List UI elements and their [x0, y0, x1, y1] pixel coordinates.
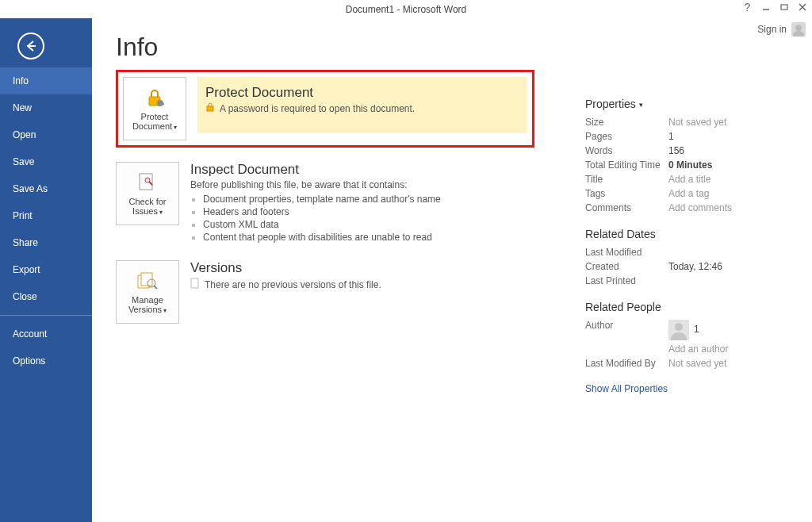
- check-issues-label: Check for Issues▾: [117, 197, 178, 216]
- restore-button[interactable]: [779, 2, 789, 12]
- related-dates-heading: Related Dates: [585, 228, 812, 240]
- backstage-sidebar: Info New Open Save Save As Print Share E…: [0, 18, 92, 522]
- protect-heading: Protect Document: [205, 85, 519, 101]
- sidebar-separator: [0, 315, 92, 316]
- inspect-issues-list: Document properties, template name and a…: [203, 194, 441, 243]
- protect-document-button[interactable]: Protect Document▾: [123, 77, 186, 140]
- back-button[interactable]: [17, 33, 44, 59]
- author-avatar-icon: [668, 320, 689, 340]
- help-icon[interactable]: ?: [742, 2, 753, 12]
- info-page: Info Protect Document▾ Protect Document …: [92, 18, 585, 522]
- inspect-heading: Inspect Document: [190, 162, 441, 178]
- related-people-heading: Related People: [585, 301, 812, 313]
- properties-panel: Properties ▾ SizeNot saved yet Pages1 Wo…: [585, 18, 812, 522]
- page-title: Info: [116, 33, 569, 62]
- inspect-icon: [135, 171, 160, 194]
- sidebar-item-save-as[interactable]: Save As: [0, 175, 92, 202]
- prop-last-modified-by: Last Modified ByNot saved yet: [585, 356, 812, 370]
- signin-area[interactable]: Sign in: [757, 22, 806, 36]
- chevron-down-icon: ▾: [163, 307, 167, 314]
- sidebar-item-save[interactable]: Save: [0, 148, 92, 175]
- show-all-properties-link[interactable]: Show All Properties: [585, 383, 812, 394]
- manage-versions-button[interactable]: Manage Versions▾: [116, 260, 179, 324]
- check-for-issues-button[interactable]: Check for Issues▾: [116, 162, 179, 225]
- versions-sub: There are no previous versions of this f…: [205, 279, 381, 290]
- chevron-down-icon: ▾: [159, 209, 163, 216]
- lock-icon: [142, 86, 167, 109]
- protect-sub: A password is required to open this docu…: [220, 103, 415, 114]
- svg-rect-16: [191, 278, 198, 288]
- prop-author: Author 1: [585, 318, 812, 342]
- sidebar-item-options[interactable]: Options: [0, 347, 92, 374]
- prop-last-modified: Last Modified: [585, 245, 812, 259]
- sidebar-item-info[interactable]: Info: [0, 67, 92, 94]
- sidebar-item-open[interactable]: Open: [0, 121, 92, 148]
- sidebar-item-export[interactable]: Export: [0, 256, 92, 283]
- chevron-down-icon: ▾: [639, 101, 643, 109]
- protect-document-highlight: Protect Document▾ Protect Document A pas…: [116, 70, 534, 148]
- sidebar-item-share[interactable]: Share: [0, 229, 92, 256]
- prop-words: Words156: [585, 144, 812, 158]
- back-arrow-icon: [25, 40, 37, 52]
- user-avatar-icon: [791, 22, 806, 36]
- sidebar-item-print[interactable]: Print: [0, 202, 92, 229]
- prop-title[interactable]: TitleAdd a title: [585, 172, 812, 186]
- properties-heading[interactable]: Properties ▾: [585, 98, 812, 110]
- manage-versions-label: Manage Versions▾: [117, 295, 178, 314]
- list-item: Custom XML data: [203, 219, 441, 230]
- svg-rect-1: [781, 5, 787, 10]
- protect-button-label: Protect Document▾: [124, 112, 186, 131]
- minimize-button[interactable]: [760, 2, 771, 12]
- list-item: Content that people with disabilities ar…: [203, 232, 441, 243]
- prop-comments[interactable]: CommentsAdd comments: [585, 201, 812, 215]
- list-item: Document properties, template name and a…: [203, 194, 441, 205]
- add-author[interactable]: Add an author: [585, 342, 812, 356]
- prop-edit-time: Total Editing Time0 Minutes: [585, 158, 812, 172]
- document-icon: [190, 278, 200, 291]
- chevron-down-icon: ▾: [174, 124, 177, 131]
- svg-rect-7: [159, 103, 164, 105]
- versions-heading: Versions: [190, 260, 381, 276]
- svg-line-15: [154, 286, 157, 289]
- small-lock-icon: [205, 102, 215, 114]
- signin-label: Sign in: [757, 24, 787, 35]
- versions-icon: [135, 270, 160, 292]
- prop-size: SizeNot saved yet: [585, 115, 812, 129]
- sidebar-item-new[interactable]: New: [0, 94, 92, 121]
- sidebar-item-close[interactable]: Close: [0, 283, 92, 310]
- close-button[interactable]: [797, 2, 807, 12]
- list-item: Headers and footers: [203, 206, 441, 217]
- prop-tags[interactable]: TagsAdd a tag: [585, 186, 812, 201]
- prop-last-printed: Last Printed: [585, 274, 812, 288]
- sidebar-item-account[interactable]: Account: [0, 320, 92, 347]
- title-bar: Document1 - Microsoft Word ?: [0, 0, 812, 18]
- inspect-sub: Before publishing this file, be aware th…: [190, 179, 441, 190]
- svg-rect-8: [207, 106, 213, 111]
- prop-created: CreatedToday, 12:46: [585, 259, 812, 274]
- window-title: Document1 - Microsoft Word: [346, 4, 467, 15]
- prop-pages: Pages1: [585, 129, 812, 144]
